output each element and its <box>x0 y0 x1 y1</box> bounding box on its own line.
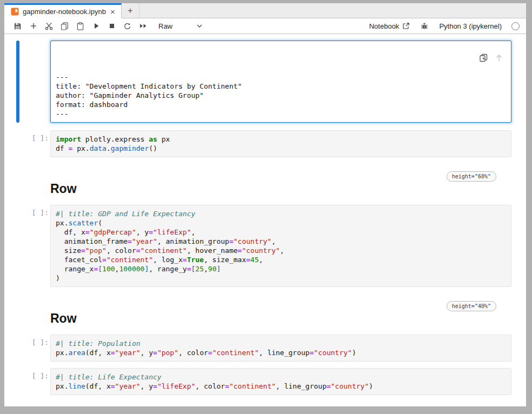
move-cell-down-button[interactable] <box>451 44 460 53</box>
debugger-toggle[interactable] <box>420 19 429 33</box>
cell-markdown-row-2: Row height="40%" <box>4 301 526 326</box>
cell-prompt <box>19 41 50 123</box>
kernel-name[interactable]: Python 3 (ipykernel) <box>439 22 502 30</box>
duplicate-cell-button[interactable] <box>420 44 428 53</box>
cell-toolbar <box>420 44 507 53</box>
move-cell-up-button[interactable] <box>435 44 444 53</box>
paste-cells-button[interactable] <box>72 19 88 33</box>
copy-icon <box>61 22 69 30</box>
height-tag-badge: height="40%" <box>447 301 496 311</box>
save-icon <box>14 22 22 30</box>
tab-title: gapminder-notebook.ipynb <box>23 8 106 16</box>
cell-prompt <box>19 301 50 326</box>
raw-cell-editor[interactable]: ---title: "Development Indicators by Con… <box>50 41 511 123</box>
scissors-icon <box>45 22 53 30</box>
cell-prompt: [ ]: <box>19 130 50 157</box>
tab-bar: gapminder-notebook.ipynb × + <box>4 3 526 18</box>
fast-forward-icon <box>139 22 148 30</box>
markdown-rendered[interactable]: Row height="40%" <box>50 301 511 326</box>
notebook-file-icon <box>11 8 19 16</box>
kernel-status-icon[interactable] <box>511 22 520 30</box>
new-tab-button[interactable]: + <box>122 3 139 18</box>
tab-gapminder-notebook[interactable]: gapminder-notebook.ipynb × <box>4 3 122 18</box>
delete-cell-button[interactable] <box>498 44 507 53</box>
code-cell-editor[interactable]: #| title: GDP and Life Expectancypx.scat… <box>50 205 511 287</box>
run-icon <box>92 22 100 30</box>
insert-cell-above-button[interactable] <box>467 44 475 53</box>
tab-bar-filler <box>139 3 526 18</box>
cell-prompt: [ ]: <box>19 205 50 287</box>
row-heading: Row <box>50 311 77 326</box>
tab-close-icon[interactable]: × <box>110 8 116 16</box>
insert-cell-below-button[interactable] <box>482 44 491 53</box>
cut-cells-button[interactable] <box>41 19 57 33</box>
row-heading: Row <box>50 182 77 196</box>
toolbar-right-group: Notebook Python 3 (ipykernel) <box>369 19 520 33</box>
cell-code-area: [ ]: #| title: Populationpx.area(df, x="… <box>4 335 526 362</box>
notebook-panel: ---title: "Development Indicators by Con… <box>4 34 526 406</box>
cell-type-value: Raw <box>158 22 172 30</box>
stop-icon <box>108 22 116 30</box>
cell-prompt: [ ]: <box>19 335 50 362</box>
code-cell-editor[interactable]: #| title: Populationpx.area(df, x="year"… <box>50 335 511 362</box>
bug-icon <box>421 22 428 30</box>
cell-prompt <box>19 171 50 196</box>
cell-type-select[interactable]: Raw <box>158 22 203 30</box>
restart-icon <box>123 22 131 30</box>
run-all-cells-button[interactable] <box>135 19 151 33</box>
run-cell-button[interactable] <box>88 19 104 33</box>
code-cell-editor[interactable]: #| title: Life Expectancypx.line(df, x="… <box>50 368 511 395</box>
insert-cell-button[interactable] <box>25 19 41 33</box>
notebook-view-menu[interactable]: Notebook <box>369 22 410 30</box>
paste-icon <box>76 22 84 30</box>
height-tag-badge: height="60%" <box>447 171 496 182</box>
copy-cells-button[interactable] <box>57 19 72 33</box>
cell-code-import: [ ]: import plotly.express as pxdf = px.… <box>4 130 526 157</box>
cell-prompt: [ ]: <box>19 368 50 395</box>
cell-code-scatter: [ ]: #| title: GDP and Life Expectancypx… <box>4 205 526 287</box>
window-frame: gapminder-notebook.ipynb × + <box>0 0 532 414</box>
cell-markdown-row-1: Row height="60%" <box>4 171 526 196</box>
cell-code-line: [ ]: #| title: Life Expectancypx.line(df… <box>4 368 526 395</box>
plus-icon <box>30 22 37 30</box>
markdown-rendered[interactable]: Row height="60%" <box>50 171 511 196</box>
notebook-toolbar: Raw Notebook <box>4 18 526 34</box>
jupyterlab-window: gapminder-notebook.ipynb × + <box>4 3 526 406</box>
external-link-icon <box>402 22 410 30</box>
chevron-down-icon <box>196 24 203 28</box>
save-button[interactable] <box>10 19 25 33</box>
restart-kernel-button[interactable] <box>119 19 135 33</box>
notebook-link-label: Notebook <box>369 22 400 30</box>
interrupt-kernel-button[interactable] <box>104 19 119 33</box>
cell-raw-yaml: ---title: "Development Indicators by Con… <box>4 41 526 123</box>
code-cell-editor[interactable]: import plotly.express as pxdf = px.data.… <box>50 130 511 157</box>
